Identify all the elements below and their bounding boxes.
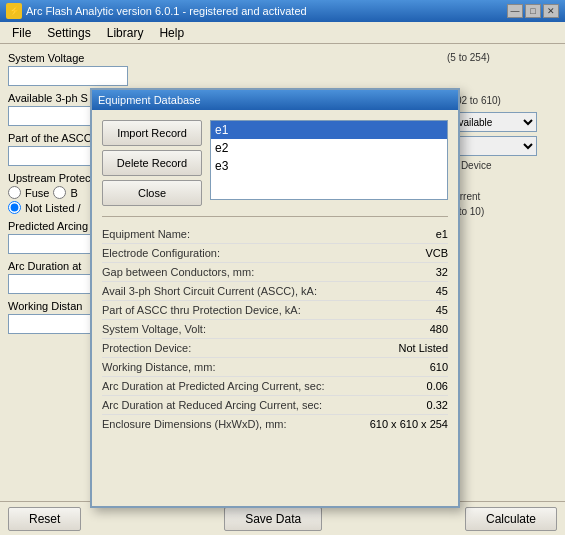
info-value-0: e1 — [368, 228, 448, 240]
fuse-radio[interactable] — [8, 186, 21, 199]
maximize-button[interactable]: □ — [525, 4, 541, 18]
current-hint: (102 to 610) — [447, 95, 557, 106]
b-label: B — [70, 187, 77, 199]
info-value-2: 32 — [368, 266, 448, 278]
main-content: System Voltage Available 3-ph S Part of … — [0, 44, 565, 501]
save-data-button[interactable]: Save Data — [224, 507, 322, 531]
voltage-hint: (5 to 254) — [447, 52, 557, 63]
info-label-1: Electrode Configuration: — [102, 247, 368, 259]
info-label-0: Equipment Name: — [102, 228, 368, 240]
list-item-e2[interactable]: e2 — [211, 139, 447, 157]
calculate-button[interactable]: Calculate — [465, 507, 557, 531]
modal-title: Equipment Database — [98, 94, 201, 106]
info-label-8: Arc Duration at Predicted Arcing Current… — [102, 380, 368, 392]
notlisted-radio[interactable] — [8, 201, 21, 214]
delete-record-button[interactable]: Delete Record — [102, 150, 202, 176]
info-value-7: 610 — [368, 361, 448, 373]
info-row-3: Avail 3-ph Short Circuit Current (ASCC),… — [102, 282, 448, 301]
device-select[interactable] — [447, 136, 537, 156]
menu-library[interactable]: Library — [99, 24, 152, 42]
current-hint2: Current — [447, 191, 557, 202]
system-voltage-label: System Voltage — [8, 52, 128, 64]
list-item-e1[interactable]: e1 — [211, 121, 447, 139]
app-icon: ⚡ — [6, 3, 22, 19]
menu-settings[interactable]: Settings — [39, 24, 98, 42]
info-label-9: Arc Duration at Reduced Arcing Current, … — [102, 399, 368, 411]
fuse-label: Fuse — [25, 187, 49, 199]
info-label-10: Enclosure Dimensions (HxWxD), mm: — [102, 418, 368, 430]
notlisted-label: Not Listed / — [25, 202, 81, 214]
info-label-3: Avail 3-ph Short Circuit Current (ASCC),… — [102, 285, 368, 297]
info-value-8: 0.06 — [368, 380, 448, 392]
info-row-5: System Voltage, Volt: 480 — [102, 320, 448, 339]
equipment-database-modal: Equipment Database Import Record Delete … — [90, 88, 460, 508]
window-controls: — □ ✕ — [507, 4, 559, 18]
minimize-button[interactable]: — — [507, 4, 523, 18]
info-label-4: Part of ASCC thru Protection Device, kA: — [102, 304, 368, 316]
info-row-1: Electrode Configuration: VCB — [102, 244, 448, 263]
menu-bar: File Settings Library Help — [0, 22, 565, 44]
info-value-3: 45 — [368, 285, 448, 297]
title-bar: ⚡ Arc Flash Analytic version 6.0.1 - reg… — [0, 0, 565, 22]
list-item-e3[interactable]: e3 — [211, 157, 447, 175]
current-range2-hint: (1 to 10) — [447, 206, 557, 217]
equipment-info: Equipment Name: e1 Electrode Configurati… — [102, 216, 448, 433]
info-row-2: Gap between Conductors, mm: 32 — [102, 263, 448, 282]
close-button[interactable]: ✕ — [543, 4, 559, 18]
info-label-5: System Voltage, Volt: — [102, 323, 368, 335]
info-value-10: 610 x 610 x 254 — [368, 418, 448, 430]
info-row-10: Enclosure Dimensions (HxWxD), mm: 610 x … — [102, 415, 448, 433]
info-value-1: VCB — [368, 247, 448, 259]
info-label-2: Gap between Conductors, mm: — [102, 266, 368, 278]
modal-buttons: Import Record Delete Record Close — [102, 120, 202, 206]
info-row-9: Arc Duration at Reduced Arcing Current, … — [102, 396, 448, 415]
info-label-6: Protection Device: — [102, 342, 368, 354]
menu-help[interactable]: Help — [151, 24, 192, 42]
app-title: Arc Flash Analytic version 6.0.1 - regis… — [26, 5, 307, 17]
info-row-0: Equipment Name: e1 — [102, 225, 448, 244]
info-label-7: Working Distance, mm: — [102, 361, 368, 373]
info-row-7: Working Distance, mm: 610 — [102, 358, 448, 377]
b-radio[interactable] — [53, 186, 66, 199]
available-select[interactable]: Available — [447, 112, 537, 132]
info-row-6: Protection Device: Not Listed — [102, 339, 448, 358]
info-value-5: 480 — [368, 323, 448, 335]
reset-button[interactable]: Reset — [8, 507, 81, 531]
info-value-4: 45 — [368, 304, 448, 316]
device-hint: on Device — [447, 160, 557, 171]
equipment-list[interactable]: e1 e2 e3 — [210, 120, 448, 200]
menu-file[interactable]: File — [4, 24, 39, 42]
close-modal-button[interactable]: Close — [102, 180, 202, 206]
info-row-4: Part of ASCC thru Protection Device, kA:… — [102, 301, 448, 320]
modal-top: Import Record Delete Record Close e1 e2 … — [102, 120, 448, 206]
system-voltage-input[interactable] — [8, 66, 128, 86]
info-value-9: 0.32 — [368, 399, 448, 411]
info-value-6: Not Listed — [368, 342, 448, 354]
system-voltage-group: System Voltage — [8, 52, 128, 86]
right-hints: (5 to 254) (102 to 610) Available on Dev… — [447, 52, 557, 245]
modal-body: Import Record Delete Record Close e1 e2 … — [92, 110, 458, 443]
modal-title-bar: Equipment Database — [92, 90, 458, 110]
import-record-button[interactable]: Import Record — [102, 120, 202, 146]
info-row-8: Arc Duration at Predicted Arcing Current… — [102, 377, 448, 396]
